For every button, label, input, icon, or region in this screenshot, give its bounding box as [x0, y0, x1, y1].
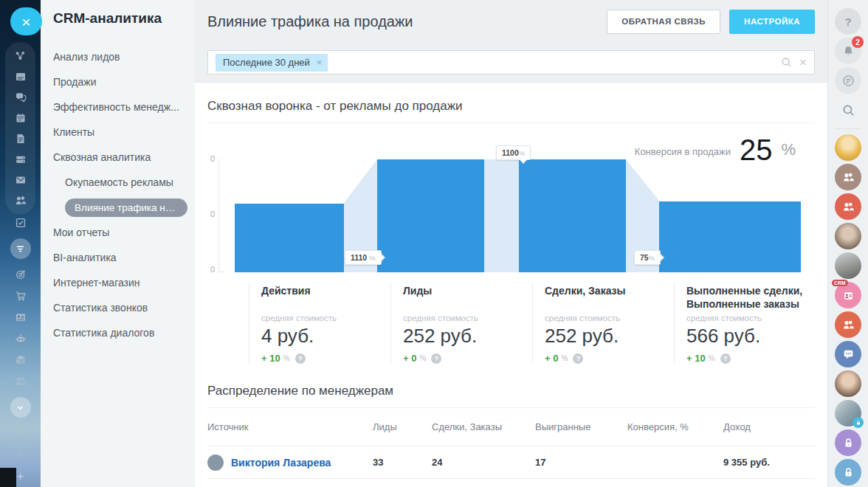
- col-deals: Сделки, Заказы: [432, 421, 535, 432]
- col-won: Выигранные: [535, 421, 627, 432]
- live-feed-icon[interactable]: [15, 71, 27, 83]
- search-panel-button[interactable]: [835, 97, 861, 123]
- settings-button[interactable]: НАСТРОЙКА: [729, 10, 815, 34]
- feedback-button[interactable]: ОБРАТНАЯ СВЯЗЬ: [607, 10, 720, 34]
- managers-table: Источник Лиды Сделки, Заказы Выигранные …: [207, 408, 815, 479]
- close-menu-button[interactable]: ×: [10, 7, 42, 35]
- leads-value: 33: [373, 457, 432, 468]
- stage-card-actions: Действия средняя стоимость 4 руб. + 10%?: [249, 283, 390, 364]
- mail-icon[interactable]: [15, 174, 27, 186]
- robot-icon[interactable]: [15, 333, 27, 345]
- stage-card-leads: Лиды средняя стоимость 252 руб. + 0%?: [390, 283, 532, 364]
- menu-item-bi-analytics[interactable]: BI-аналитика: [53, 245, 187, 270]
- messenger-panel-button[interactable]: [835, 67, 861, 94]
- funnel-bar-actions[interactable]: [235, 204, 344, 272]
- sitemap-icon[interactable]: [15, 427, 27, 439]
- left-rail: × +: [0, 0, 41, 487]
- menu-item-manager-efficiency[interactable]: Эффективность менедж...: [53, 94, 187, 120]
- funnel-bar-completed[interactable]: [659, 201, 801, 272]
- funnel-bar-deals[interactable]: [519, 159, 626, 272]
- user-avatar-man[interactable]: [835, 223, 861, 249]
- drive-icon[interactable]: [15, 153, 27, 165]
- marketing-target-icon[interactable]: [15, 269, 27, 280]
- messenger-icon[interactable]: [15, 91, 27, 103]
- help-icon[interactable]: ?: [295, 353, 306, 364]
- avg-cost-value: 252 руб.: [545, 325, 664, 348]
- private-chat-avatar[interactable]: [835, 459, 861, 486]
- menu-item-end-to-end-analytics[interactable]: Сквозная аналитика: [53, 145, 187, 170]
- stage-card-deals: Сделки, Заказы средняя стоимость 252 руб…: [532, 283, 674, 364]
- user-avatar-office[interactable]: [835, 400, 861, 426]
- people-secondary-icon[interactable]: [15, 376, 27, 387]
- avg-cost-value: 4 руб.: [261, 325, 380, 348]
- crm-badge: CRM: [832, 280, 848, 286]
- user-avatar-woman[interactable]: [835, 370, 861, 397]
- lock-badge-icon: [852, 417, 864, 428]
- clear-filter-icon[interactable]: ×: [799, 56, 807, 69]
- chat-people-icon: [842, 348, 855, 361]
- avatar: [207, 455, 224, 471]
- chat-lines-icon: [842, 75, 855, 87]
- menu-item-dialog-statistics[interactable]: Статистика диалогов: [53, 320, 187, 345]
- menu-title: CRM-аналитика: [53, 10, 187, 27]
- notifications-button[interactable]: 2: [835, 38, 861, 64]
- calendar-icon[interactable]: [15, 112, 27, 124]
- add-icon[interactable]: +: [17, 470, 24, 483]
- group-chat-avatar[interactable]: [835, 164, 861, 190]
- manager-link[interactable]: Виктория Лазарева: [231, 457, 331, 469]
- private-chat-avatar[interactable]: [835, 429, 861, 456]
- topbar: Влияние трафика на продажи ОБРАТНАЯ СВЯЗ…: [195, 0, 827, 43]
- avg-cost-value: 252 руб.: [403, 325, 522, 348]
- menu-item-sales[interactable]: Продажи: [53, 69, 187, 94]
- delta-row: + 10%?: [261, 353, 380, 364]
- menu-item-call-statistics[interactable]: Статистика звонков: [53, 295, 187, 320]
- delta-row: + 0%?: [403, 353, 522, 364]
- menu-item-ad-payback[interactable]: Окупаемость рекламы: [53, 170, 187, 195]
- conversion-badge: 1100%: [496, 145, 531, 160]
- menu-item-traffic-impact-selected[interactable]: Влияние трафика на ...: [53, 195, 187, 220]
- left-rail-main-group: [5, 42, 35, 214]
- menu-item-clients[interactable]: Клиенты: [53, 120, 187, 145]
- crm-filter-icon[interactable]: [10, 238, 31, 259]
- filter-search-input[interactable]: Последние 30 дней × ×: [207, 50, 815, 75]
- delta-row: + 0%?: [545, 353, 664, 364]
- page-body: Сквозная воронка - от рекламы до продажи…: [195, 83, 827, 487]
- search-icon[interactable]: [781, 57, 792, 68]
- selected-menu-pill: Влияние трафика на ...: [65, 198, 187, 217]
- group-chat-avatar[interactable]: [835, 193, 861, 220]
- col-leads: Лиды: [373, 421, 432, 432]
- conversion-value: 25: [740, 135, 773, 165]
- conversion-badge: 1110 %: [345, 250, 382, 265]
- avg-cost-label: средняя стоимость: [261, 314, 380, 322]
- remove-tag-icon[interactable]: ×: [317, 57, 323, 68]
- help-button[interactable]: ?: [835, 8, 861, 35]
- help-icon[interactable]: ?: [431, 353, 441, 364]
- menu-item-my-reports[interactable]: Мои отчеты: [53, 220, 187, 245]
- avg-cost-label: средняя стоимость: [403, 314, 522, 322]
- group-channel-avatar[interactable]: [835, 341, 861, 367]
- col-conversion: Конверсия, %: [627, 421, 723, 432]
- gear-icon[interactable]: [15, 449, 27, 460]
- page-title: Влияние трафика на продажи: [207, 13, 598, 30]
- stage-card-completed: Выполненные сделки, Выполненные заказы с…: [674, 283, 827, 364]
- help-icon[interactable]: ?: [573, 353, 583, 364]
- chevron-down-icon[interactable]: [10, 397, 31, 418]
- crm-chat-avatar[interactable]: CRM: [835, 282, 861, 308]
- filter-tag-last-30-days[interactable]: Последние 30 дней ×: [216, 54, 328, 72]
- tasks-icon[interactable]: [15, 217, 27, 229]
- people-icon[interactable]: [15, 195, 27, 207]
- funnel-bar-leads[interactable]: [377, 159, 484, 272]
- stage-title: Действия: [261, 284, 380, 314]
- box-icon[interactable]: [15, 354, 27, 366]
- lock-icon: [842, 437, 855, 449]
- contact-card-icon[interactable]: [15, 311, 27, 323]
- network-icon[interactable]: [15, 50, 27, 62]
- user-avatar-blonde[interactable]: [835, 134, 861, 161]
- user-avatar-photo[interactable]: [835, 252, 861, 279]
- menu-item-online-store[interactable]: Интернет-магазин: [53, 270, 187, 295]
- help-icon[interactable]: ?: [720, 353, 731, 364]
- menu-item-lead-analysis[interactable]: Анализ лидов: [53, 44, 187, 69]
- cart-icon[interactable]: [15, 290, 27, 302]
- document-icon[interactable]: [15, 133, 27, 145]
- group-chat-avatar[interactable]: [835, 311, 861, 338]
